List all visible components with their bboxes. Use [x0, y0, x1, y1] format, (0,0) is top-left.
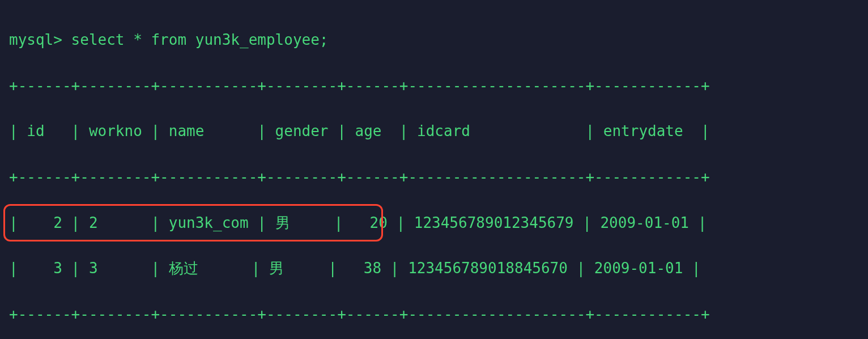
- sql-query-select-1: select * from yun3k_employee;: [71, 31, 329, 48]
- table-border-top: +------+--------+-----------+--------+--…: [9, 74, 859, 97]
- table-header-row: | id | workno | name | gender | age | id…: [9, 120, 859, 142]
- table-border-mid: +------+--------+-----------+--------+--…: [9, 166, 859, 188]
- table-border-bottom: +------+--------+-----------+--------+--…: [9, 303, 859, 325]
- prompt: mysql>: [9, 31, 62, 48]
- table-row: | 2 | 2 | yun3k_com | 男 | 20 | 123456789…: [9, 211, 859, 234]
- table-row: | 3 | 3 | 杨过 | 男 | 38 | 1234567890188456…: [9, 257, 859, 279]
- command-line-1: mysql> select * from yun3k_employee;: [9, 28, 859, 51]
- mysql-terminal[interactable]: mysql> select * from yun3k_employee; +--…: [0, 0, 868, 339]
